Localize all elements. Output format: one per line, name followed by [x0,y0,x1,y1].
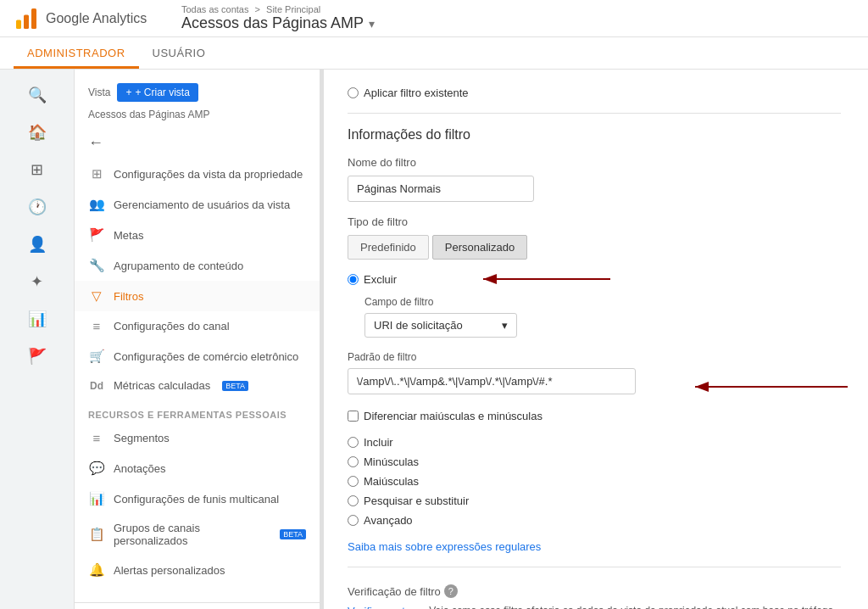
other-options: Incluir Minúsculas Maiúsculas Pesquisar … [348,436,841,527]
nav-discover-icon[interactable]: ✦ [20,265,54,299]
breadcrumb-current: Site Principal [266,4,320,14]
maiusculas-row: Maiúsculas [348,475,841,488]
page-title-bar: Acessos das Páginas AMP ▾ [181,14,375,32]
uri-value: URI de solicitação [374,319,463,332]
maiusculas-radio[interactable] [348,476,359,487]
divider-2 [348,567,841,567]
avancado-radio[interactable] [348,515,359,526]
create-view-plus: + [125,87,131,98]
current-view-label: Acessos das Páginas AMP [75,109,320,127]
ga-logo-icon [14,6,39,31]
sidebar-item-gerenciamento[interactable]: 👥 Gerenciamento de usuários da vista [75,189,320,220]
nav-home-icon[interactable]: 🏠 [20,115,54,149]
breadcrumb-area: Todas as contas > Site Principal Acessos… [181,4,375,32]
nav-reports-icon[interactable]: ⊞ [20,153,54,187]
nav-search-icon[interactable]: 🔍 [20,78,54,112]
arrow-to-padrao [687,377,856,398]
divider-1 [348,113,841,114]
diferencias-label[interactable]: Diferenciar maiúsculas e minúsculas [364,410,542,422]
sidebar-item-agrupamento[interactable]: 🔧 Agrupamento de conteúdo [75,250,320,281]
verification-title-text: Verificação de filtro [348,585,441,598]
pesquisar-row: Pesquisar e substituir [348,494,841,507]
grupos-label: Grupos de canais personalizados [114,522,268,547]
filtros-label: Filtros [114,290,143,303]
predefined-button[interactable]: Predefinido [348,235,429,260]
logo-area: Google Analytics [14,6,168,31]
avancado-label[interactable]: Avançado [364,514,413,527]
uri-dropdown[interactable]: URI de solicitação ▾ [364,313,517,338]
verify-filter-link[interactable]: Verificar este filtro [348,605,419,609]
padrao-label: Padrão de filtro [348,351,841,363]
page-title: Acessos das Páginas AMP [181,14,364,32]
alertas-label: Alertas personalizados [114,564,225,577]
sidebar-item-grupos-canais[interactable]: 📋 Grupos de canais personalizados BETA [75,514,320,555]
agrupamento-icon: 🔧 [88,258,105,273]
sidebar-header: Vista + + Criar vista [75,76,320,109]
funis-label: Configurações de funis multicanal [114,493,279,506]
maiusculas-label[interactable]: Maiúsculas [364,475,419,488]
breadcrumb-sep: > [255,4,263,14]
diferencias-checkbox[interactable] [348,411,359,422]
comercio-label: Configurações de comércio eletrônico [114,350,298,363]
padrao-section: Padrão de filtro [348,351,841,403]
pesquisar-label[interactable]: Pesquisar e substituir [364,494,469,507]
nav-flag-icon[interactable]: 🚩 [20,339,54,373]
config-vista-icon: ⊞ [88,166,105,182]
nav-custom-icon[interactable]: 🕐 [20,190,54,224]
svg-rect-1 [24,14,29,29]
tab-administrador[interactable]: ADMINISTRADOR [14,40,139,69]
tab-usuario[interactable]: USUÁRIO [139,40,220,69]
sidebar-item-segmentos[interactable]: ≡ Segmentos [75,423,320,453]
incluir-label[interactable]: Incluir [364,436,393,449]
svg-rect-2 [31,8,36,29]
sidebar-item-anotacoes[interactable]: 💬 Anotações [75,453,320,483]
link-section: Saiba mais sobre expressões regulares [348,540,841,553]
funis-icon: 📊 [88,491,105,506]
minusculas-row: Minúsculas [348,455,841,468]
excluir-row: Excluir [348,273,841,286]
incluir-row: Incluir [348,436,841,449]
sidebar-item-config-canal[interactable]: ≡ Configurações do canal [75,311,320,341]
excluir-label[interactable]: Excluir [364,273,397,286]
svg-rect-0 [16,20,21,29]
anotacoes-icon: 💬 [88,461,105,476]
filter-name-input[interactable] [348,176,534,202]
scroll-indicator [320,70,324,609]
sidebar-item-comercio[interactable]: 🛒 Configurações de comércio eletrônico [75,341,320,372]
excluir-section: Excluir Campo de filtro URI de solicit [348,273,841,422]
sidebar-item-funis[interactable]: 📊 Configurações de funis multicanal [75,483,320,514]
sidebar-item-config-vista[interactable]: ⊞ Configurações da vista da propriedade [75,159,320,189]
create-view-button[interactable]: + + Criar vista [117,83,198,102]
diferencias-row: Diferenciar maiúsculas e minúsculas [348,410,841,422]
minusculas-radio[interactable] [348,456,359,467]
back-button[interactable]: ← [75,127,320,159]
page-title-dropdown-icon[interactable]: ▾ [369,17,375,31]
help-circle-icon[interactable]: ? [444,584,458,598]
sidebar-item-filtros[interactable]: ▽ Filtros [75,281,320,311]
excluir-radio[interactable] [348,274,359,285]
sidebar-item-metricas[interactable]: Dd Métricas calculadas BETA [75,372,320,399]
gerenciamento-label: Gerenciamento de usuários da vista [114,198,290,211]
comercio-icon: 🛒 [88,349,105,364]
breadcrumb: Todas as contas > Site Principal [181,4,375,14]
nav-data-icon[interactable]: 📊 [20,302,54,336]
filter-info-title: Informações do filtro [348,127,841,142]
incluir-radio[interactable] [348,437,359,448]
apply-existing-label[interactable]: Aplicar filtro existente [364,87,469,99]
minusculas-label[interactable]: Minúsculas [364,455,419,468]
top-bar: Google Analytics Todas as contas > Site … [0,0,868,37]
vista-label: Vista [88,87,110,98]
anotacoes-label: Anotações [114,462,165,475]
expressoes-link[interactable]: Saiba mais sobre expressões regulares [348,540,541,553]
sidebar-item-metas[interactable]: 🚩 Metas [75,220,320,250]
nav-user-icon[interactable]: 👤 [20,227,54,261]
verification-row: Verificar este filtro Veja como esse fil… [348,605,841,609]
apply-existing-radio[interactable] [348,87,359,98]
filter-type-label: Tipo de filtro [348,215,841,228]
custom-button[interactable]: Personalizado [432,235,527,260]
pesquisar-radio[interactable] [348,495,359,506]
alertas-icon: 🔔 [88,562,105,578]
sidebar-item-alertas[interactable]: 🔔 Alertas personalizados [75,555,320,585]
padrao-input[interactable] [348,368,636,394]
gerenciamento-icon: 👥 [88,197,105,212]
